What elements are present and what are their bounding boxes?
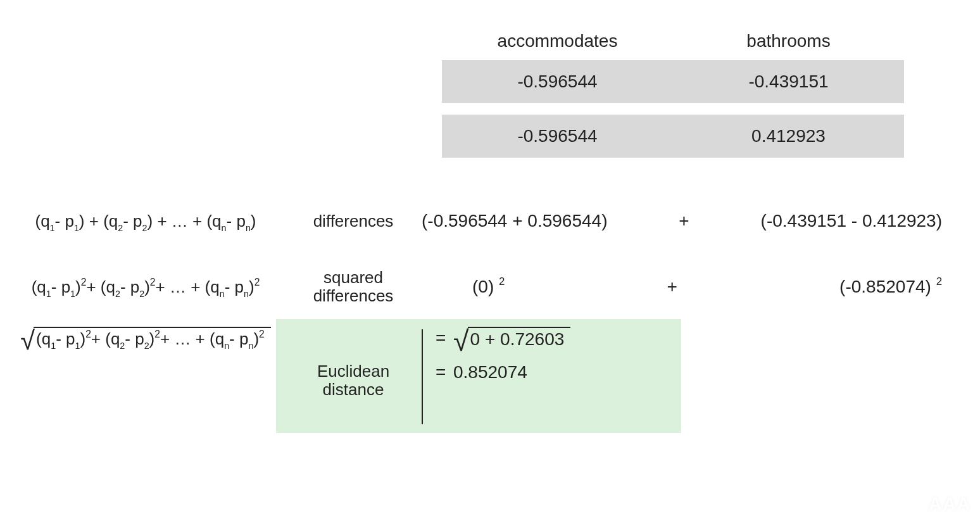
table-row: -0.596544 0.412923 bbox=[442, 115, 904, 158]
plus-sign: + bbox=[667, 277, 677, 297]
squared-right: (-0.852074) 2 bbox=[839, 277, 942, 297]
col-header-accommodates: accommodates bbox=[442, 27, 673, 60]
equals-sign: = bbox=[436, 328, 453, 348]
watermark: AAA bbox=[929, 494, 971, 514]
plus-sign: + bbox=[679, 211, 689, 231]
sqrt-icon: √ bbox=[453, 330, 469, 353]
row-squared-differences: (q1- p1)2+ (q2- p2)2+ … + (qn- pn)2 squa… bbox=[0, 261, 980, 313]
cell-q-accommodates: -0.596544 bbox=[442, 60, 673, 103]
label-differences: differences bbox=[291, 212, 415, 231]
formula-differences: (q1- p1) + (q2- p2) + … + (qn- pn) bbox=[0, 212, 291, 231]
sqrt-icon: √ bbox=[20, 330, 35, 352]
cell-p-accommodates: -0.596544 bbox=[442, 115, 673, 158]
diff-right: (-0.439151 - 0.412923) bbox=[761, 211, 942, 231]
label-squared-differences: squared differences bbox=[291, 268, 415, 305]
formula-squared: (q1- p1)2+ (q2- p2)2+ … + (qn- pn)2 bbox=[0, 277, 291, 297]
label-euclidean: Euclidean distance bbox=[291, 327, 415, 434]
cell-p-bathrooms: 0.412923 bbox=[673, 115, 904, 158]
euclid-result: 0.852074 bbox=[453, 362, 527, 382]
diff-left: (-0.596544 + 0.596544) bbox=[422, 211, 607, 231]
calc-differences: (-0.596544 + 0.596544) + (-0.439151 - 0.… bbox=[415, 211, 980, 231]
calc-squared: (0) 2 + (-0.852074) 2 bbox=[415, 277, 980, 297]
table-row: -0.596544 -0.439151 bbox=[442, 60, 904, 103]
calc-euclidean: = √ 0 + 0.72603 = 0.852074 bbox=[415, 327, 980, 434]
row-euclidean: √ (q1- p1)2+ (q2- p2)2+ … + (qn- pn)2 Eu… bbox=[0, 327, 980, 434]
squared-left: (0) 2 bbox=[422, 277, 505, 297]
divider-icon bbox=[422, 329, 423, 424]
row-differences: (q1- p1) + (q2- p2) + … + (qn- pn) diffe… bbox=[0, 195, 980, 247]
euclid-sqrt-body: 0 + 0.72603 bbox=[468, 327, 571, 350]
col-header-bathrooms: bathrooms bbox=[673, 27, 904, 60]
calc-grid: (q1- p1) + (q2- p2) + … + (qn- pn) diffe… bbox=[0, 195, 980, 448]
cell-q-bathrooms: -0.439151 bbox=[673, 60, 904, 103]
formula-euclidean: √ (q1- p1)2+ (q2- p2)2+ … + (qn- pn)2 bbox=[0, 327, 291, 434]
table-header-row: accommodates bathrooms bbox=[442, 27, 904, 60]
equals-sign: = bbox=[436, 362, 453, 382]
data-table: accommodates bathrooms -0.596544 -0.4391… bbox=[442, 27, 904, 158]
